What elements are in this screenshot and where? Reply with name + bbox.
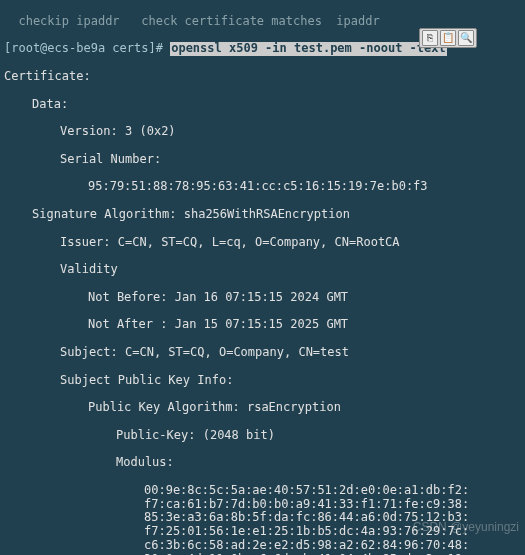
validity-label: Validity bbox=[4, 263, 521, 277]
paste-icon: 📋 bbox=[442, 33, 454, 43]
copy-icon: ⎘ bbox=[427, 33, 433, 43]
serial-value: 95:79:51:88:78:95:63:41:cc:c5:16:15:19:7… bbox=[4, 180, 521, 194]
modulus-label: Modulus: bbox=[4, 456, 521, 470]
prev-cmd-hint: checkip ipaddr check certificate matches… bbox=[4, 15, 521, 29]
cert-header: Certificate: bbox=[4, 70, 521, 84]
subject: Subject: C=CN, ST=CQ, O=Company, CN=test bbox=[4, 346, 521, 360]
issuer: Issuer: C=CN, ST=CQ, L=cq, O=Company, CN… bbox=[4, 236, 521, 250]
not-after: Not After : Jan 15 07:15:15 2025 GMT bbox=[4, 318, 521, 332]
watermark: CSDN @yeyuningzi bbox=[413, 521, 519, 535]
search-icon: 🔍 bbox=[460, 33, 472, 43]
not-before: Not Before: Jan 16 07:15:15 2024 GMT bbox=[4, 291, 521, 305]
modulus-line: c6:3b:6c:58:ad:2e:e2:d5:98:a2:62:84:96:7… bbox=[4, 539, 521, 553]
shell-prompt: [root@ecs-be9a certs]# bbox=[4, 41, 163, 55]
pk-algo: Public Key Algorithm: rsaEncryption bbox=[4, 401, 521, 415]
search-button[interactable]: 🔍 bbox=[458, 30, 474, 46]
command-text: openssl x509 -in test.pem -noout -text bbox=[170, 42, 447, 56]
data-header: Data: bbox=[4, 98, 521, 112]
sig-algo: Signature Algorithm: sha256WithRSAEncryp… bbox=[4, 208, 521, 222]
copy-button[interactable]: ⎘ bbox=[422, 30, 438, 46]
terminal-output: checkip ipaddr check certificate matches… bbox=[0, 0, 525, 555]
serial-label: Serial Number: bbox=[4, 153, 521, 167]
spki-label: Subject Public Key Info: bbox=[4, 374, 521, 388]
selection-toolbar: ⎘ 📋 🔍 bbox=[419, 28, 477, 48]
version: Version: 3 (0x2) bbox=[4, 125, 521, 139]
public-key: Public-Key: (2048 bit) bbox=[4, 429, 521, 443]
paste-button[interactable]: 📋 bbox=[440, 30, 456, 46]
modulus-line: 00:9e:8c:5c:5a:ae:40:57:51:2d:e0:0e:a1:d… bbox=[4, 484, 521, 498]
modulus-line: f7:ca:61:b7:7d:b0:b0:a9:41:33:f1:71:fe:c… bbox=[4, 498, 521, 512]
